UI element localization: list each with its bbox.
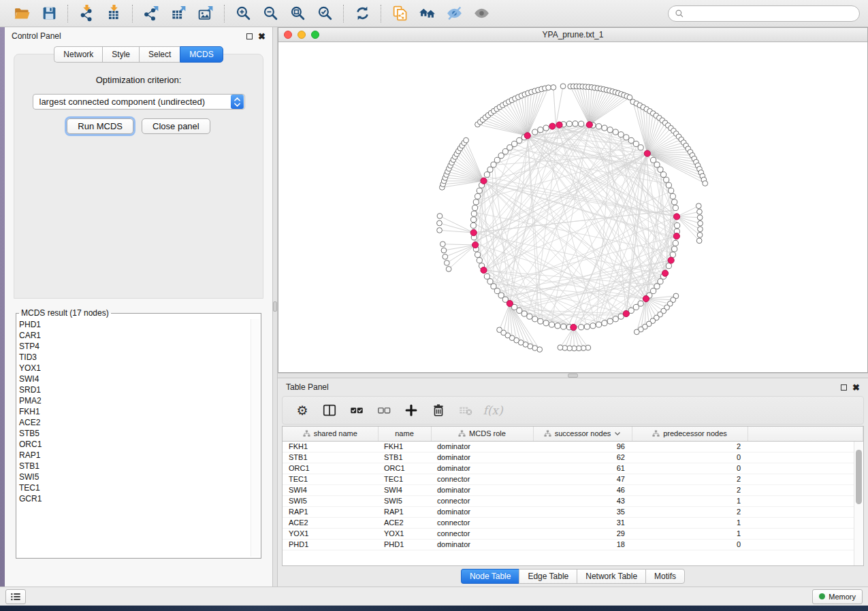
cell-predecessor-nodes[interactable]: 0	[632, 539, 748, 550]
mcds-node-item[interactable]: PHD1	[19, 319, 258, 330]
tab-mcds[interactable]: MCDS	[180, 46, 223, 63]
clone-network-button[interactable]	[386, 3, 413, 24]
refresh-layout-button[interactable]	[349, 3, 376, 24]
table-row[interactable]: RAP1RAP1dominator352	[283, 506, 863, 517]
add-column-button[interactable]	[401, 400, 421, 420]
minimize-window-button[interactable]	[298, 31, 306, 39]
import-table-button[interactable]	[100, 3, 127, 24]
cell-MCDS-role[interactable]: dominator	[431, 463, 533, 474]
table-row[interactable]: SWI5SWI5connector431	[283, 495, 863, 506]
cell-predecessor-nodes[interactable]: 1	[632, 495, 748, 506]
zoom-selected-button[interactable]	[311, 3, 338, 24]
cell-shared-name[interactable]: ORC1	[283, 463, 378, 474]
cell-successor-nodes[interactable]: 29	[533, 528, 632, 539]
search-input[interactable]	[688, 9, 853, 18]
tab-network-table[interactable]: Network Table	[577, 569, 645, 584]
delete-columns-button[interactable]	[428, 400, 449, 420]
mcds-node-item[interactable]: STP4	[19, 341, 258, 352]
mcds-node-item[interactable]: STB1	[19, 461, 258, 472]
mcds-node-item[interactable]: SWI4	[19, 374, 258, 384]
zoom-out-button[interactable]	[257, 3, 284, 24]
cell-shared-name[interactable]: ACE2	[283, 517, 378, 528]
cell-shared-name[interactable]: STB1	[283, 452, 378, 463]
cell-successor-nodes[interactable]: 18	[533, 539, 632, 550]
zoom-in-button[interactable]	[229, 3, 257, 24]
export-table-button[interactable]	[165, 3, 192, 24]
cell-successor-nodes[interactable]: 43	[533, 495, 632, 506]
cell-MCDS-role[interactable]: connector	[431, 528, 533, 539]
cell-successor-nodes[interactable]: 62	[533, 452, 632, 463]
cell-name[interactable]: YOX1	[378, 528, 431, 539]
column-header-name[interactable]: name	[378, 427, 431, 441]
mcds-node-item[interactable]: STB5	[19, 428, 258, 439]
mcds-node-item[interactable]: YOX1	[19, 363, 258, 374]
cell-MCDS-role[interactable]: dominator	[431, 506, 533, 517]
tab-node-table[interactable]: Node Table	[461, 569, 519, 584]
cell-predecessor-nodes[interactable]: 0	[632, 452, 748, 463]
export-image-button[interactable]	[192, 3, 219, 24]
cell-predecessor-nodes[interactable]: 2	[632, 474, 748, 484]
optimization-criterion-dropdown[interactable]: largest connected component (undirected)	[33, 94, 245, 110]
run-mcds-button[interactable]: Run MCDS	[67, 118, 133, 134]
maximize-window-button[interactable]	[311, 31, 319, 39]
select-all-button[interactable]	[347, 400, 367, 420]
table-row[interactable]: SWI4SWI4dominator462	[283, 484, 863, 495]
table-row[interactable]: STB1STB1dominator620	[283, 452, 863, 463]
float-panel-icon[interactable]	[841, 384, 847, 391]
tab-style[interactable]: Style	[102, 46, 139, 63]
splitter-grip[interactable]	[568, 374, 578, 378]
horizontal-splitter[interactable]	[278, 373, 868, 378]
close-window-button[interactable]	[284, 31, 292, 39]
export-network-button[interactable]	[138, 3, 165, 24]
cell-successor-nodes[interactable]: 96	[533, 441, 632, 452]
cell-predecessor-nodes[interactable]: 1	[632, 517, 748, 528]
log-console-button[interactable]	[5, 589, 26, 604]
cell-name[interactable]: ORC1	[378, 463, 431, 474]
cell-name[interactable]: SWI4	[378, 484, 431, 495]
cell-name[interactable]: TEC1	[378, 474, 431, 484]
memory-button[interactable]: Memory	[812, 589, 863, 604]
mcds-node-item[interactable]: ORC1	[19, 439, 258, 450]
network-view-canvas[interactable]	[278, 42, 868, 373]
import-network-button[interactable]	[73, 3, 100, 24]
cell-predecessor-nodes[interactable]: 1	[632, 528, 748, 539]
cell-successor-nodes[interactable]: 35	[533, 506, 632, 517]
cell-MCDS-role[interactable]: dominator	[431, 539, 533, 550]
cell-name[interactable]: RAP1	[378, 506, 431, 517]
gear-button[interactable]: ⚙	[292, 400, 312, 420]
hide-selected-button[interactable]	[440, 3, 468, 24]
cell-MCDS-role[interactable]: connector	[431, 495, 533, 506]
cell-predecessor-nodes[interactable]: 2	[632, 441, 748, 452]
vertical-splitter[interactable]	[272, 27, 278, 587]
cell-MCDS-role[interactable]: dominator	[431, 452, 533, 463]
split-columns-button[interactable]	[319, 400, 340, 420]
cell-successor-nodes[interactable]: 31	[533, 517, 632, 528]
tab-edge-table[interactable]: Edge Table	[519, 569, 577, 584]
mcds-node-item[interactable]: SRD1	[19, 384, 258, 395]
cell-predecessor-nodes[interactable]: 0	[632, 463, 748, 474]
cell-predecessor-nodes[interactable]: 2	[632, 506, 748, 517]
cell-name[interactable]: STB1	[378, 452, 431, 463]
zoom-fit-button[interactable]	[284, 3, 311, 24]
close-panel-icon[interactable]: ✖	[258, 33, 266, 39]
scrollbar-thumb[interactable]	[856, 450, 862, 504]
show-all-button[interactable]	[468, 3, 495, 24]
cell-shared-name[interactable]: RAP1	[283, 506, 378, 517]
cell-shared-name[interactable]: SWI4	[283, 484, 378, 495]
cell-MCDS-role[interactable]: dominator	[431, 484, 533, 495]
cell-successor-nodes[interactable]: 47	[533, 474, 632, 484]
table-row[interactable]: FKH1FKH1dominator962	[283, 441, 863, 452]
close-panel-button[interactable]: Close panel	[142, 118, 210, 134]
cell-successor-nodes[interactable]: 61	[533, 463, 632, 474]
table-row[interactable]: ORC1ORC1dominator610	[283, 463, 863, 474]
mcds-node-item[interactable]: PMA2	[19, 395, 258, 406]
tab-select[interactable]: Select	[139, 46, 180, 63]
mcds-node-item[interactable]: ACE2	[19, 417, 258, 428]
cell-name[interactable]: ACE2	[378, 517, 431, 528]
close-panel-icon[interactable]: ✖	[852, 384, 860, 391]
column-header-MCDS-role[interactable]: MCDS role	[431, 427, 533, 441]
mcds-node-item[interactable]: SWI5	[19, 472, 258, 482]
table-row[interactable]: ACE2ACE2connector311	[283, 517, 863, 528]
deselect-all-button[interactable]	[374, 400, 394, 420]
open-file-button[interactable]	[8, 3, 35, 24]
